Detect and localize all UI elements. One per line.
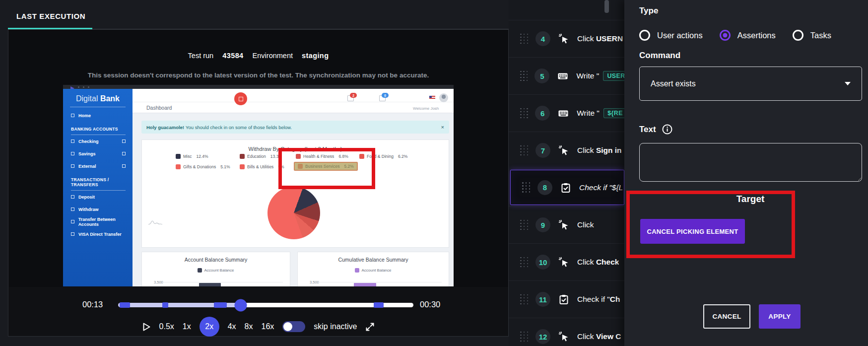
sidebar-item-external[interactable]: External [63, 160, 133, 172]
skip-inactive-label: skip inactive [314, 322, 357, 331]
step-number: 4 [535, 31, 550, 46]
info-icon[interactable] [662, 124, 672, 135]
step-label: Click Sign in [577, 146, 622, 155]
withdraw-pie-chart [267, 187, 320, 239]
user-avatar[interactable] [439, 93, 448, 102]
bullet-icon [71, 232, 74, 236]
element-highlight-box-target [626, 191, 795, 258]
alert-text: You should check in on some of those fie… [186, 125, 292, 130]
timeline-handle[interactable] [234, 299, 247, 311]
step-number: 12 [535, 329, 550, 344]
timeline-event-marker[interactable] [120, 302, 130, 308]
timeline-event-marker[interactable] [162, 302, 168, 308]
alert-close-icon[interactable]: × [441, 124, 444, 130]
messages-icon[interactable]: 2 [347, 95, 354, 101]
sidebar-item-transfer-between-accounts[interactable]: Transfer Between Accounts [63, 215, 133, 228]
speed-button-4x[interactable]: 4x [228, 322, 236, 331]
step-label: Write " ${RE [577, 108, 624, 118]
command-dropdown[interactable]: Assert exists [639, 67, 862, 101]
speed-button-2x[interactable]: 2x [200, 317, 219, 337]
test-step-7[interactable]: 7Click Sign in [509, 132, 624, 169]
legend-value: 5.1% [220, 164, 230, 169]
sidebar-item-label: Checking [78, 139, 99, 144]
sidebar-item-savings[interactable]: Savings [63, 147, 133, 160]
drag-handle-icon[interactable] [520, 332, 529, 342]
play-button[interactable] [142, 322, 151, 332]
radio-selected-icon [720, 30, 731, 41]
assertion-text-input[interactable] [639, 143, 862, 182]
legend-item-misc[interactable]: Misc12.4% [176, 154, 208, 159]
test-step-12[interactable]: 12Click View C [509, 318, 624, 346]
drag-handle-icon[interactable] [522, 182, 531, 193]
bullet-icon [71, 114, 74, 117]
legend-value: 6.2% [398, 154, 407, 159]
step-label: Click USERN [577, 34, 623, 43]
steps-scrollbar-thumb[interactable] [604, 0, 609, 13]
legend-swatch [176, 154, 181, 159]
step-label: Check if "Ch [577, 295, 620, 304]
test-step-5[interactable]: 5Write " USER [509, 57, 624, 94]
speed-button-8x[interactable]: 8x [245, 322, 253, 331]
type-radio-user-actions[interactable]: User actions [639, 30, 703, 41]
test-run-label: Test run [188, 52, 214, 60]
drag-handle-icon[interactable] [520, 71, 528, 81]
test-run-value: 43584 [222, 52, 243, 60]
drag-handle-icon[interactable] [520, 257, 529, 268]
sidebar-item-deposit[interactable]: Deposit [63, 191, 133, 203]
bank-sidebar-nav: HomeBANKING ACCOUNTSCheckingSavingsExter… [63, 109, 133, 240]
timeline-event-marker[interactable] [374, 302, 384, 308]
skip-inactive-toggle[interactable] [282, 321, 305, 332]
test-step-4[interactable]: 4Click USERN [509, 20, 624, 57]
drag-handle-icon[interactable] [520, 145, 529, 156]
speed-button-16x[interactable]: 16x [262, 322, 274, 331]
total-time: 00:30 [420, 300, 440, 309]
cancel-button[interactable]: CANCEL [703, 304, 750, 329]
speed-button-1x[interactable]: 1x [183, 322, 191, 331]
notifications-icon[interactable]: 0 [379, 95, 386, 101]
app-root: LAST EXECUTION Test run 43584 Environmen… [0, 0, 868, 346]
sidebar-item-label: Savings [78, 151, 96, 156]
drag-handle-icon[interactable] [520, 294, 529, 305]
speed-button-0_5x[interactable]: 0.5x [159, 322, 174, 331]
sidebar-item-visa-direct-transfer[interactable]: VISA Direct Transfer [63, 228, 133, 240]
chart-bar [354, 283, 376, 286]
step-label: Click View C [577, 332, 621, 341]
apply-button[interactable]: APPLY [759, 304, 801, 329]
language-flag-icon[interactable] [429, 96, 435, 100]
test-step-6[interactable]: 6Write " ${RE [509, 94, 624, 132]
test-run-info: Test run 43584 Environment staging [8, 52, 508, 60]
sidebar-item-home[interactable]: Home [63, 109, 133, 122]
step-number: 9 [535, 217, 550, 232]
text-section-label: Text [639, 125, 656, 135]
card-legend: Account Balance [298, 268, 449, 273]
type-radio-assertions[interactable]: Assertions [720, 30, 776, 41]
sidebar-divider [70, 107, 126, 107]
sidebar-item-label: Deposit [78, 195, 95, 200]
drag-handle-icon[interactable] [520, 108, 528, 119]
welcome-text: Welcome Josh [413, 106, 439, 111]
bank-logo: Digital Bank [63, 89, 133, 103]
drag-handle-icon[interactable] [520, 220, 529, 230]
drag-handle-icon[interactable] [520, 34, 529, 44]
test-step-11[interactable]: 11Check if "Ch [509, 280, 624, 318]
sidebar-item-checking[interactable]: Checking [63, 135, 133, 147]
legend-label: Education [247, 154, 266, 159]
test-step-9[interactable]: 9Click [509, 206, 624, 243]
sidebar-item-withdraw[interactable]: Withdraw [63, 203, 133, 215]
step-value-badge: ${RE [603, 108, 624, 118]
sidebar-item-label: Transfer Between Accounts [78, 217, 133, 227]
test-step-10[interactable]: 10Click Check [509, 243, 624, 280]
legend-item-gifts-donations[interactable]: Gifts & Donations5.1% [176, 164, 230, 169]
tab-last-execution[interactable]: LAST EXECUTION [16, 12, 85, 20]
fullscreen-icon[interactable] [365, 322, 375, 332]
timeline-slider[interactable] [118, 303, 413, 307]
cursor-click-icon [558, 33, 569, 44]
element-highlight-box-legend [278, 148, 375, 189]
test-step-8[interactable]: 8Check if "${L [510, 170, 624, 205]
bullet-icon [122, 152, 126, 155]
legend-item-education[interactable]: Education13.3 [240, 154, 278, 159]
timeline-event-marker[interactable] [214, 302, 227, 308]
legend-item-bills-utilities[interactable]: Bills & Utilities9% [240, 164, 284, 169]
step-editor-panel: Type User actionsAssertionsTasks Command… [624, 0, 868, 346]
type-radio-tasks[interactable]: Tasks [793, 30, 831, 41]
